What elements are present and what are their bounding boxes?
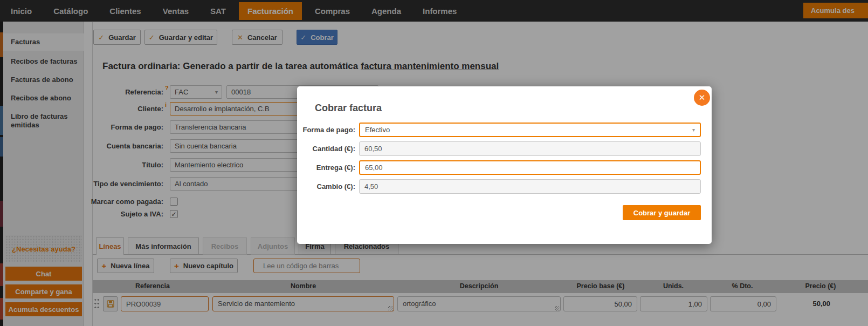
modal-forma-de-pago-value: Efectivo [365, 126, 390, 134]
cobrar-y-guardar-button[interactable]: Cobrar y guardar [623, 205, 701, 220]
cobrar-factura-modal: ✕ Cobrar factura Forma de pago: Efectivo… [297, 86, 712, 244]
app-window: Inicio Catálogo Clientes Ventas SAT Fact… [0, 0, 868, 326]
modal-cambio-input[interactable] [359, 179, 701, 194]
modal-title: Cobrar factura [315, 103, 382, 114]
chevron-down-icon: ▾ [692, 127, 695, 133]
modal-cantidad-input[interactable] [359, 141, 701, 156]
modal-cantidad-label: Cantidad (€): [297, 141, 355, 156]
modal-entrega-input[interactable] [359, 160, 701, 175]
modal-forma-de-pago-select[interactable]: Efectivo ▾ [359, 123, 701, 137]
modal-entrega-label: Entrega (€): [297, 160, 355, 175]
close-icon[interactable]: ✕ [694, 90, 710, 106]
modal-forma-de-pago-label: Forma de pago: [297, 123, 355, 137]
modal-cambio-label: Cambio (€): [297, 179, 355, 194]
